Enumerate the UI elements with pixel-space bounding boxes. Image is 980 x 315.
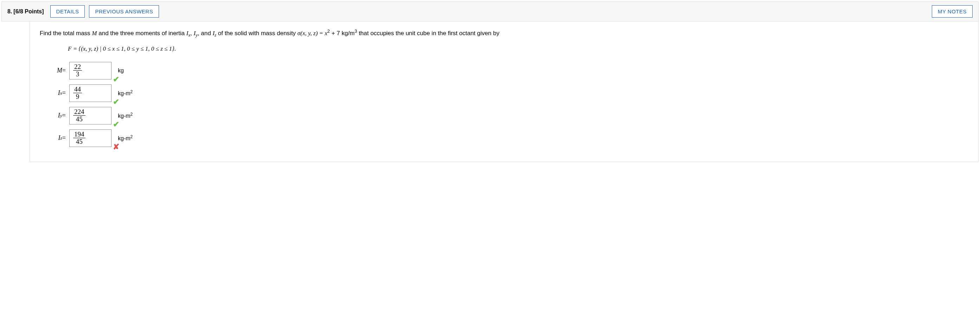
points: [6/8 Points] <box>13 8 44 15</box>
var-m: M <box>92 30 97 37</box>
my-notes-button[interactable]: MY NOTES <box>932 5 973 18</box>
input-iz[interactable]: 194 45 <box>69 129 111 147</box>
question-number: 8. <box>7 8 12 15</box>
label-iz: Iz = <box>49 133 66 143</box>
previous-answers-button[interactable]: PREVIOUS ANSWERS <box>89 5 159 18</box>
unit-ix-base: kg-m <box>118 90 130 96</box>
question-prompt: Find the total mass M and the three mome… <box>40 28 968 39</box>
answer-row-m: M = 22 3 kg ✔ <box>49 62 968 80</box>
label-ix-eq: = <box>62 88 66 98</box>
label-iz-eq: = <box>62 133 66 143</box>
unit-iy-base: kg-m <box>118 113 130 119</box>
check-icon: ✔ <box>113 96 119 108</box>
num-iz: 194 <box>73 131 86 138</box>
frac-ix: 44 9 <box>73 86 82 100</box>
den-iy: 45 <box>75 116 84 123</box>
input-ix[interactable]: 44 9 <box>69 84 111 102</box>
input-m[interactable]: 22 3 <box>69 62 111 80</box>
num-iy: 224 <box>73 108 86 116</box>
num-m: 22 <box>73 63 82 71</box>
answer-row-ix: Ix = 44 9 kg-m2 ✔ <box>49 84 968 102</box>
prompt-text: of the solid with mass density <box>216 30 298 37</box>
answer-row-iz: Iz = 194 45 kg-m2 ✘ <box>49 129 968 147</box>
set-definition: F = {(x, y, z) | 0 ≤ x ≤ 1, 0 ≤ y ≤ 1, 0… <box>68 44 968 53</box>
cross-icon: ✘ <box>113 141 119 153</box>
num-ix: 44 <box>73 86 82 93</box>
label-m-eq: = <box>62 66 66 75</box>
answer-row-iy: Iy = 224 45 kg-m2 ✔ <box>49 107 968 124</box>
question-header: 8. [6/8 Points] DETAILS PREVIOUS ANSWERS… <box>2 2 978 21</box>
label-ix: Ix = <box>49 88 66 98</box>
frac-m: 22 3 <box>73 63 82 78</box>
prompt-text: + 7 kg/m <box>330 30 355 37</box>
prompt-text: that occupies the unit cube in the first… <box>357 30 499 37</box>
prompt-text: , and <box>198 30 213 37</box>
unit-iy-sup: 2 <box>130 112 133 117</box>
prompt-text: Find the total mass <box>40 30 92 37</box>
label-m-var: M <box>57 66 62 75</box>
unit-ix: kg-m2 <box>118 89 133 98</box>
question-content: Find the total mass M and the three mome… <box>30 21 978 162</box>
check-icon: ✔ <box>113 118 119 130</box>
frac-iy: 224 45 <box>73 108 86 123</box>
prompt-text: , <box>190 30 194 37</box>
details-button[interactable]: DETAILS <box>50 5 85 18</box>
sup-2: 2 <box>328 29 330 34</box>
den-m: 3 <box>75 71 81 78</box>
den-ix: 9 <box>75 93 81 100</box>
label-iy-eq: = <box>62 111 66 120</box>
input-iy[interactable]: 224 45 <box>69 107 111 124</box>
density-fn: σ(x, y, z) = x <box>298 30 328 37</box>
unit-iz-sup: 2 <box>130 134 133 139</box>
check-icon: ✔ <box>113 73 119 85</box>
prompt-text: and the three moments of inertia <box>97 30 186 37</box>
den-iz: 45 <box>75 138 84 145</box>
label-m: M = <box>49 66 66 75</box>
unit-iy: kg-m2 <box>118 111 133 120</box>
label-iy: Iy = <box>49 111 66 120</box>
unit-iz-base: kg-m <box>118 135 130 141</box>
frac-iz: 194 45 <box>73 131 86 145</box>
unit-iz: kg-m2 <box>118 134 133 143</box>
unit-ix-sup: 2 <box>130 89 133 94</box>
